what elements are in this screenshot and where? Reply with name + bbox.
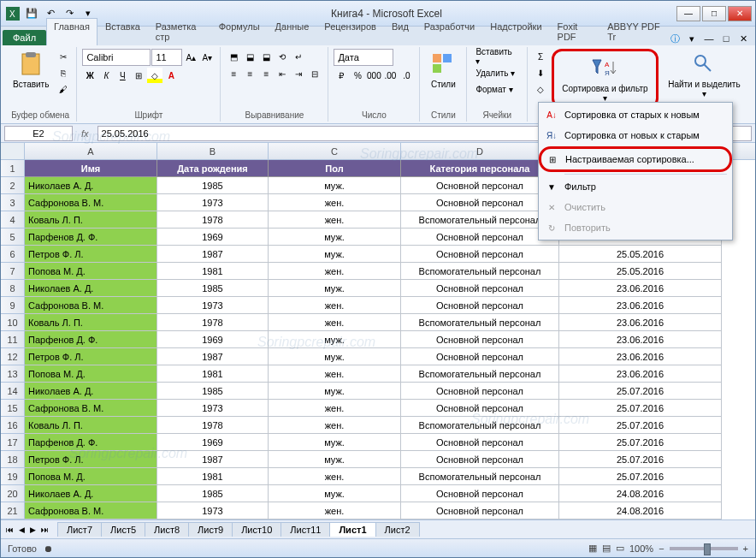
fill-icon[interactable]: ⬇ — [533, 65, 548, 80]
row-header-18[interactable]: 18 — [1, 451, 25, 468]
sheet-tab-Лист7[interactable]: Лист7 — [57, 522, 102, 537]
cell[interactable]: Основной персонал — [401, 400, 559, 417]
cell[interactable]: 1978 — [157, 417, 269, 434]
cell[interactable]: 1969 — [157, 331, 269, 348]
cell[interactable]: Парфенов Д. Ф. — [25, 434, 157, 451]
cell[interactable]: 24.08.2016 — [559, 485, 722, 502]
indent-inc-icon[interactable]: ⇥ — [291, 66, 306, 81]
underline-icon[interactable]: Ч — [115, 68, 130, 83]
bold-icon[interactable]: Ж — [82, 68, 97, 83]
cell[interactable]: жен. — [269, 297, 401, 314]
cell[interactable]: жен. — [269, 194, 401, 211]
cell[interactable]: 1987 — [157, 451, 269, 468]
cell[interactable]: жен. — [269, 314, 401, 331]
cell[interactable]: жен. — [269, 468, 401, 485]
header-cell[interactable]: Пол — [269, 160, 401, 177]
menu-custom-sort[interactable]: ⊞ Настраиваемая сортировка... — [541, 149, 729, 169]
font-color-icon[interactable]: А — [163, 68, 179, 83]
cell[interactable]: Вспомогательный персонал — [401, 263, 559, 280]
sheet-tab-Лист8[interactable]: Лист8 — [145, 522, 189, 537]
row-header-12[interactable]: 12 — [1, 348, 25, 365]
cell[interactable]: 1978 — [157, 211, 269, 229]
cell[interactable]: жен. — [269, 365, 401, 383]
header-cell[interactable]: Дата рождения — [157, 160, 269, 177]
ribbon-tab-6[interactable]: Вид — [384, 18, 416, 45]
row-header-9[interactable]: 9 — [1, 297, 25, 314]
grow-font-icon[interactable]: A▴ — [183, 50, 198, 65]
sheet-nav-next-icon[interactable]: ▶ — [28, 525, 38, 534]
row-header-2[interactable]: 2 — [1, 177, 25, 194]
sheet-nav-prev-icon[interactable]: ◀ — [17, 525, 27, 534]
row-header-11[interactable]: 11 — [1, 331, 25, 348]
row-header-14[interactable]: 14 — [1, 383, 25, 400]
paste-button[interactable]: Вставить — [9, 49, 52, 91]
help-icon[interactable]: ⓘ — [668, 32, 682, 45]
sheet-tab-Лист2[interactable]: Лист2 — [375, 522, 420, 537]
cell[interactable]: жен. — [269, 400, 401, 417]
cell[interactable]: Основной персонал — [401, 280, 559, 297]
row-header-5[interactable]: 5 — [1, 229, 25, 246]
row-header-10[interactable]: 10 — [1, 314, 25, 331]
cell[interactable]: Коваль Л. П. — [25, 417, 157, 434]
excel-icon[interactable]: X — [4, 5, 21, 22]
wrap-text-icon[interactable]: ↵ — [291, 49, 306, 64]
cell[interactable]: Вспомогательный персонал — [401, 417, 559, 434]
select-all-corner[interactable] — [1, 143, 25, 159]
delete-cells-button[interactable]: Удалить ▾ — [472, 65, 518, 80]
row-header-21[interactable]: 21 — [1, 502, 25, 519]
cell[interactable]: 1985 — [157, 280, 269, 297]
cell[interactable]: 25.07.2016 — [559, 451, 722, 468]
cell[interactable]: муж. — [269, 177, 401, 194]
row-header-3[interactable]: 3 — [1, 194, 25, 211]
cell[interactable]: муж. — [269, 280, 401, 297]
cell[interactable]: 1973 — [157, 297, 269, 314]
cell[interactable]: 25.07.2016 — [559, 400, 722, 417]
cell[interactable]: Основной персонал — [401, 485, 559, 502]
view-layout-icon[interactable]: ▤ — [602, 543, 611, 554]
row-header-8[interactable]: 8 — [1, 280, 25, 297]
header-cell[interactable]: Категория персонала — [401, 160, 559, 177]
cell[interactable]: Николаев А. Д. — [25, 383, 157, 400]
cell[interactable]: Николаев А. Д. — [25, 280, 157, 297]
italic-icon[interactable]: К — [98, 68, 114, 83]
cell[interactable]: Основной персонал — [401, 451, 559, 468]
row-header-7[interactable]: 7 — [1, 263, 25, 280]
cell[interactable]: муж. — [269, 485, 401, 502]
cell[interactable]: 1987 — [157, 348, 269, 365]
cell[interactable]: 1985 — [157, 177, 269, 194]
sheet-tab-Лист11[interactable]: Лист11 — [281, 522, 330, 537]
ribbon-tab-5[interactable]: Рецензиров — [316, 18, 384, 45]
cell[interactable]: 1981 — [157, 468, 269, 485]
cell[interactable]: 23.06.2016 — [559, 297, 722, 314]
cell[interactable]: Попова М. Д. — [25, 365, 157, 383]
sort-filter-button[interactable]: АЯ Сортировка и фильтр ▾ — [556, 53, 654, 104]
ribbon-tab-8[interactable]: Надстройки — [482, 18, 549, 45]
sheet-nav-last-icon[interactable]: ⏭ — [39, 525, 50, 534]
close-button[interactable]: ✕ — [728, 6, 752, 21]
sheet-tab-Лист9[interactable]: Лист9 — [188, 522, 233, 537]
cell[interactable]: Основной персонал — [401, 229, 559, 246]
styles-button[interactable]: Стили — [425, 49, 461, 91]
ribbon-tab-10[interactable]: ABBYY PDF Tr — [599, 18, 668, 45]
cell[interactable]: Вспомогательный персонал — [401, 468, 559, 485]
cell[interactable]: 1978 — [157, 314, 269, 331]
cell[interactable]: Петров Ф. Л. — [25, 451, 157, 468]
name-box[interactable]: E2 — [4, 126, 73, 141]
maximize-button[interactable]: □ — [702, 6, 726, 21]
cell[interactable]: муж. — [269, 246, 401, 263]
currency-icon[interactable]: ₽ — [334, 68, 349, 83]
ribbon-tab-0[interactable]: Главная — [46, 18, 97, 45]
align-center-icon[interactable]: ≡ — [242, 66, 257, 81]
cell[interactable]: Коваль Л. П. — [25, 314, 157, 331]
cell[interactable]: 1969 — [157, 434, 269, 451]
cell[interactable]: муж. — [269, 434, 401, 451]
cell[interactable]: 1985 — [157, 485, 269, 502]
doc-minimize-icon[interactable]: — — [702, 32, 716, 45]
row-header-1[interactable]: 1 — [1, 160, 25, 177]
insert-cells-button[interactable]: Вставить ▾ — [472, 49, 522, 64]
cell[interactable]: Попова М. Д. — [25, 468, 157, 485]
cell[interactable]: Сафронова В. М. — [25, 194, 157, 211]
cell[interactable]: жен. — [269, 211, 401, 229]
indent-dec-icon[interactable]: ⇤ — [275, 66, 290, 81]
cell[interactable]: 1973 — [157, 502, 269, 519]
